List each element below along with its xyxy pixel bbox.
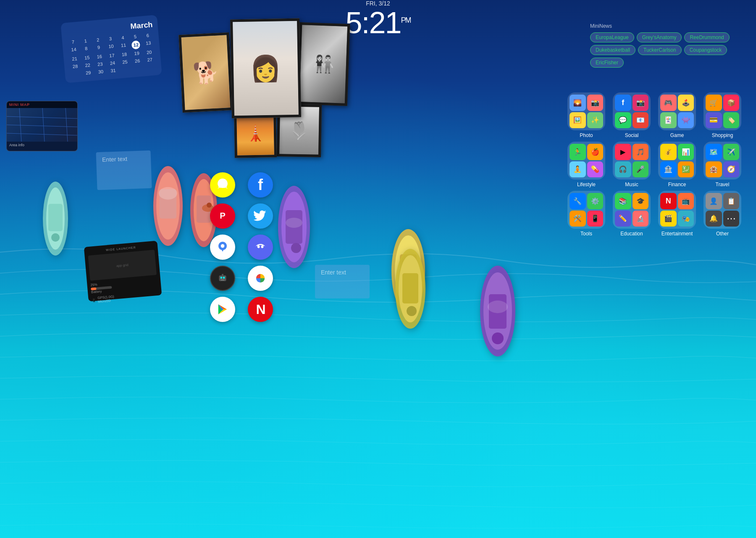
category-lifestyle[interactable]: 🏃 🍎 🧘 💊 Lifestyle xyxy=(565,142,607,187)
snapchat-icon[interactable] xyxy=(210,172,235,198)
category-photo-label: Photo xyxy=(580,132,593,138)
category-photo-icons: 🌄 📸 🖼️ ✨ xyxy=(567,92,605,130)
category-finance-icons: 💰 📊 🏦 💹 xyxy=(658,142,696,179)
svg-point-49 xyxy=(407,306,417,316)
category-shopping-label: Shopping xyxy=(712,132,733,138)
photo-frame-couple: 👫 xyxy=(297,22,350,106)
photo-frame-dog: 🐕 xyxy=(178,32,233,113)
text-note-1[interactable]: Enter text xyxy=(96,150,152,190)
svg-rect-48 xyxy=(402,273,418,303)
news-tag-ericfisher[interactable]: EricFisher xyxy=(590,58,624,68)
app-categories-grid: 🌄 📸 🖼️ ✨ Photo f 📸 💬 📧 Social 🎮 🕹️ 🃏 👾 G… xyxy=(565,92,743,237)
category-game-icons: 🎮 🕹️ 🃏 👾 xyxy=(658,92,696,130)
category-shopping[interactable]: 🛒 📦 💳 🏷️ Shopping xyxy=(701,92,743,138)
google-photos-icon[interactable] xyxy=(248,266,273,291)
svg-marker-9 xyxy=(221,248,225,252)
news-tag-reed[interactable]: ReeDrummond xyxy=(684,32,729,42)
svg-rect-39 xyxy=(48,204,63,231)
twitter-icon[interactable] xyxy=(248,203,273,229)
photo-frame-girl: 👩 xyxy=(230,18,301,119)
svg-rect-13 xyxy=(221,280,224,280)
category-social-icons: f 📸 💬 📧 xyxy=(613,92,651,130)
category-social-label: Social xyxy=(625,132,639,138)
svg-point-26 xyxy=(159,187,177,200)
social-apps-right: f N xyxy=(248,172,273,322)
pinterest-icon[interactable]: P xyxy=(210,203,235,229)
svg-point-53 xyxy=(488,301,508,313)
svg-point-22 xyxy=(261,247,262,248)
boat-yellow2 xyxy=(391,244,430,336)
category-finance[interactable]: 💰 📊 🏦 💹 Finance xyxy=(656,142,698,187)
news-tag-duke[interactable]: Dukebasketball xyxy=(590,45,635,55)
category-lifestyle-icons: 🏃 🍎 🧘 💊 xyxy=(567,142,605,179)
category-travel-icons: 🗺️ ✈️ 🏨 🧭 xyxy=(704,142,741,179)
svg-line-4 xyxy=(42,108,45,142)
svg-line-5 xyxy=(66,108,68,142)
category-tools-label: Tools xyxy=(580,231,592,237)
news-tag-europa[interactable]: EuropaLeague xyxy=(590,32,634,42)
category-other[interactable]: 👤 📋 🔔 ⋯ Other xyxy=(701,191,743,237)
clock-date: FRI, 3/12 xyxy=(0,0,756,7)
text-note-2[interactable]: Enter text xyxy=(315,265,370,298)
category-other-icons: 👤 📋 🔔 ⋯ xyxy=(704,191,741,229)
boat-purple-right xyxy=(475,261,521,363)
category-entertainment-label: Entertainment xyxy=(662,231,693,237)
category-music-icons: ▶ 🎵 🎧 🎤 xyxy=(613,142,651,179)
category-education-label: Education xyxy=(620,231,643,237)
boat-pink-left xyxy=(147,160,189,254)
robot-icon[interactable] xyxy=(210,266,235,291)
mininews-title: MiniNews xyxy=(590,23,733,29)
minimap-widget[interactable]: MINI MAP Area info xyxy=(6,101,78,151)
svg-point-8 xyxy=(221,244,225,248)
news-tag-greys[interactable]: Grey'sAnatomy xyxy=(637,32,682,42)
category-entertainment-icons: N 📺 🎬 🎭 xyxy=(658,191,696,229)
svg-point-54 xyxy=(492,332,504,344)
discord-icon[interactable] xyxy=(248,235,273,260)
category-entertainment[interactable]: N 📺 🎬 🎭 Entertainment xyxy=(656,191,698,237)
svg-text:P: P xyxy=(220,211,226,220)
category-travel-label: Travel xyxy=(716,182,730,187)
boat-cyan xyxy=(38,177,74,262)
maps-icon[interactable] xyxy=(210,235,235,260)
category-game-label: Game xyxy=(670,132,684,138)
category-education-icons: 📚 🎓 ✏️ 🔬 xyxy=(613,191,651,229)
news-tag-tucker[interactable]: TuckerCarlson xyxy=(638,45,682,55)
svg-rect-12 xyxy=(223,277,225,279)
svg-line-0 xyxy=(7,116,78,119)
playstore-icon[interactable] xyxy=(210,297,235,322)
news-tags-container: EuropaLeague Grey'sAnatomy ReeDrummond D… xyxy=(590,32,733,68)
category-tools[interactable]: 🔧 ⚙️ 🛠️ 📱 Tools xyxy=(565,191,607,237)
svg-point-36 xyxy=(291,243,301,253)
svg-point-35 xyxy=(286,218,302,228)
minimap-title: MINI MAP xyxy=(7,101,77,108)
launcher-widget[interactable]: WIDE LAUNCHER app grid 25% Battery 📱 GPS… xyxy=(84,241,162,302)
category-music-label: Music xyxy=(625,182,638,187)
category-tools-icons: 🔧 ⚙️ 🛠️ 📱 xyxy=(567,191,605,229)
mininews-widget: MiniNews EuropaLeague Grey'sAnatomy ReeD… xyxy=(590,23,733,68)
svg-point-40 xyxy=(51,233,60,242)
category-travel[interactable]: 🗺️ ✈️ 🏨 🧭 Travel xyxy=(701,142,743,187)
svg-point-21 xyxy=(258,247,259,248)
category-social[interactable]: f 📸 💬 📧 Social xyxy=(611,92,653,138)
category-photo[interactable]: 🌄 📸 🖼️ ✨ Photo xyxy=(565,92,607,138)
facebook-icon[interactable]: f xyxy=(248,172,273,198)
category-shopping-icons: 🛒 📦 💳 🏷️ xyxy=(704,92,741,130)
boat-purple-mid xyxy=(273,181,315,275)
category-lifestyle-label: Lifestyle xyxy=(577,182,596,187)
category-education[interactable]: 📚 🎓 ✏️ 🔬 Education xyxy=(611,191,653,237)
svg-line-1 xyxy=(7,125,78,127)
news-tag-coupang[interactable]: Coupangstock xyxy=(684,45,727,55)
calendar-widget[interactable]: March 7 1 2 3 4 5 6 14 8 9 10 11 12 13 2… xyxy=(60,15,162,83)
netflix-icon[interactable]: N xyxy=(248,297,273,322)
social-apps-left: P xyxy=(210,172,235,322)
launcher-screen: app grid xyxy=(88,250,157,281)
svg-line-3 xyxy=(19,108,21,142)
minimap-content xyxy=(7,108,77,142)
minimap-area-info: Area info xyxy=(7,142,77,148)
calendar-grid: 7 1 2 3 4 5 6 14 8 9 10 11 12 13 21 15 1… xyxy=(67,32,157,78)
category-game[interactable]: 🎮 🕹️ 🃏 👾 Game xyxy=(656,92,698,138)
category-other-label: Other xyxy=(716,231,729,237)
svg-rect-11 xyxy=(220,277,222,279)
category-finance-label: Finance xyxy=(668,182,686,187)
category-music[interactable]: ▶ 🎵 🎧 🎤 Music xyxy=(611,142,653,187)
